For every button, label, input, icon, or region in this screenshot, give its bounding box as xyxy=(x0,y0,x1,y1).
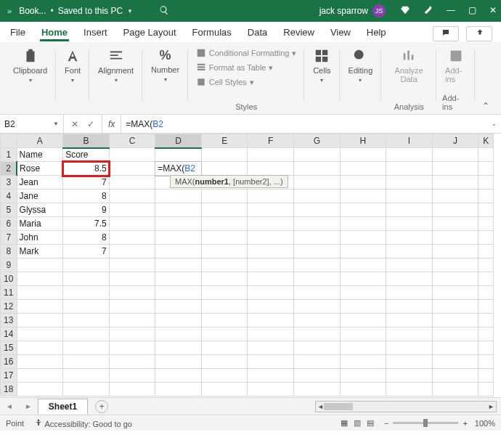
cell[interactable] xyxy=(248,258,294,272)
cell[interactable] xyxy=(432,231,478,245)
tab-file[interactable]: File xyxy=(9,24,27,41)
cell[interactable] xyxy=(17,327,63,341)
cell[interactable] xyxy=(201,148,248,162)
editing-button[interactable]: Editing▾ xyxy=(346,46,376,85)
cell[interactable] xyxy=(63,369,110,383)
cell[interactable] xyxy=(109,314,155,327)
cell[interactable] xyxy=(201,190,248,203)
cell[interactable] xyxy=(340,190,386,203)
cell[interactable] xyxy=(386,190,433,203)
analyze-data-button[interactable]: Analyze Data xyxy=(387,46,431,85)
cell[interactable] xyxy=(294,231,341,245)
cell[interactable] xyxy=(109,245,155,258)
row-header[interactable]: 1 xyxy=(1,148,17,162)
cell[interactable] xyxy=(63,341,110,355)
row-header[interactable]: 11 xyxy=(1,286,17,300)
cell[interactable] xyxy=(432,245,478,258)
cell[interactable]: 8 xyxy=(63,190,110,203)
cell[interactable]: 7.5 xyxy=(63,217,110,231)
cell[interactable] xyxy=(294,272,341,286)
cell[interactable] xyxy=(248,272,294,286)
row-header[interactable]: 10 xyxy=(1,272,17,286)
tab-formulas[interactable]: Formulas xyxy=(191,24,233,41)
cell[interactable] xyxy=(109,148,155,162)
cell[interactable] xyxy=(155,231,202,245)
cell[interactable] xyxy=(432,355,478,369)
cell[interactable] xyxy=(386,355,433,369)
document-name[interactable]: Book... xyxy=(19,6,46,16)
cell[interactable]: =MAX(B2 xyxy=(155,162,202,176)
cell[interactable] xyxy=(155,383,202,396)
cell[interactable] xyxy=(201,327,248,341)
cell[interactable] xyxy=(109,190,155,203)
cell[interactable] xyxy=(478,355,494,369)
save-status[interactable]: Saved to this PC xyxy=(58,6,123,16)
cell[interactable] xyxy=(386,314,433,327)
user-account[interactable]: jack sparrow JS xyxy=(319,4,386,17)
cell[interactable] xyxy=(109,341,155,355)
cell[interactable] xyxy=(432,148,478,162)
col-header[interactable]: B xyxy=(63,134,110,148)
row-header[interactable]: 8 xyxy=(1,245,17,258)
cell[interactable] xyxy=(201,300,248,314)
zoom-level[interactable]: 100% xyxy=(475,419,495,428)
save-status-chevron-icon[interactable]: ▼ xyxy=(127,8,133,15)
cell[interactable] xyxy=(478,231,494,245)
cell[interactable] xyxy=(155,148,202,162)
cell[interactable] xyxy=(478,369,494,383)
cell[interactable] xyxy=(109,203,155,217)
cell[interactable] xyxy=(201,286,248,300)
col-header[interactable]: E xyxy=(201,134,248,148)
horizontal-scrollbar[interactable]: ◄ ► xyxy=(315,401,497,412)
alignment-button[interactable]: Alignment▾ xyxy=(95,46,137,85)
cell[interactable] xyxy=(478,258,494,272)
row-header[interactable]: 18 xyxy=(1,383,17,396)
row-header[interactable]: 4 xyxy=(1,190,17,203)
cell[interactable]: 7 xyxy=(63,245,110,258)
collapse-ribbon-icon[interactable]: ⌃ xyxy=(475,98,497,114)
cell[interactable] xyxy=(155,341,202,355)
select-all-corner[interactable] xyxy=(1,134,17,148)
cell[interactable] xyxy=(340,286,386,300)
cell[interactable] xyxy=(248,148,294,162)
name-box[interactable]: B2 ▼ xyxy=(0,115,64,133)
cell[interactable] xyxy=(201,369,248,383)
row-header[interactable]: 14 xyxy=(1,327,17,341)
cell[interactable] xyxy=(248,286,294,300)
cell[interactable] xyxy=(248,245,294,258)
cell[interactable] xyxy=(432,300,478,314)
cell[interactable] xyxy=(294,203,341,217)
cell[interactable] xyxy=(340,327,386,341)
cell[interactable] xyxy=(109,383,155,396)
cell[interactable] xyxy=(63,314,110,327)
cell[interactable] xyxy=(432,286,478,300)
scroll-thumb[interactable] xyxy=(324,403,353,410)
cell[interactable] xyxy=(109,300,155,314)
cell[interactable]: John xyxy=(17,231,63,245)
cell[interactable] xyxy=(63,300,110,314)
cell[interactable]: Maria xyxy=(17,217,63,231)
cell[interactable] xyxy=(248,327,294,341)
cell[interactable]: 7 xyxy=(63,176,110,190)
cell[interactable] xyxy=(294,286,341,300)
cell[interactable] xyxy=(109,162,155,176)
cell[interactable] xyxy=(248,314,294,327)
cell[interactable]: 8 xyxy=(63,231,110,245)
cell[interactable]: Jane xyxy=(17,190,63,203)
cell[interactable] xyxy=(478,190,494,203)
cell[interactable] xyxy=(432,327,478,341)
cell[interactable] xyxy=(340,162,386,176)
row-header[interactable]: 12 xyxy=(1,300,17,314)
cell[interactable] xyxy=(248,383,294,396)
cell[interactable] xyxy=(432,203,478,217)
cell[interactable] xyxy=(201,314,248,327)
maximize-icon[interactable]: ▢ xyxy=(468,5,476,17)
cell[interactable] xyxy=(109,217,155,231)
cell[interactable] xyxy=(17,355,63,369)
cell[interactable] xyxy=(386,217,433,231)
cell[interactable] xyxy=(340,258,386,272)
addins-button[interactable]: Add-ins xyxy=(442,46,469,85)
cell[interactable] xyxy=(201,231,248,245)
cell[interactable] xyxy=(63,355,110,369)
share-button[interactable] xyxy=(466,26,492,41)
